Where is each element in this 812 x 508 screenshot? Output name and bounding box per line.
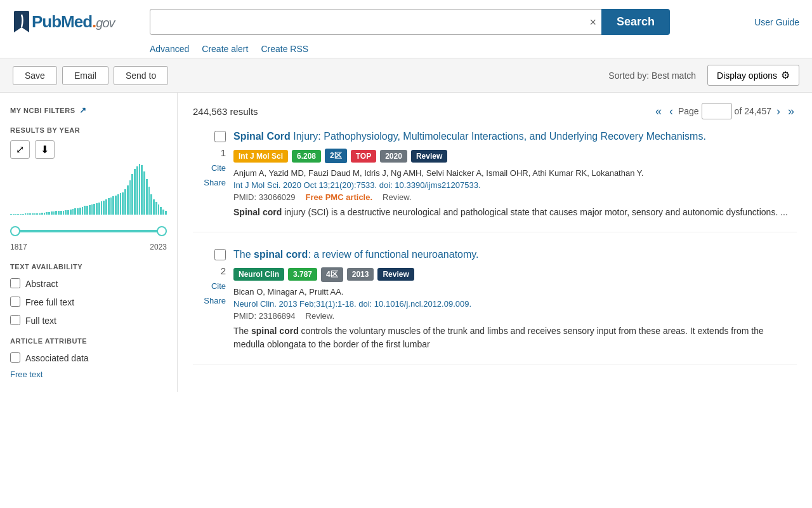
- article-1-pmid: PMID: 33066029: [233, 192, 296, 202]
- abstract-1-highlight: Spinal cord: [233, 207, 282, 217]
- next-page-button[interactable]: ›: [774, 104, 783, 119]
- results-count: 244,563 results: [193, 106, 258, 117]
- year-slider-left[interactable]: [10, 226, 20, 236]
- gear-icon: ⚙: [781, 69, 790, 81]
- year-slider-right[interactable]: [157, 226, 167, 236]
- article-1-checkbox[interactable]: [214, 131, 226, 142]
- associated-data-label: Associated data: [25, 353, 89, 363]
- article-2-checkbox[interactable]: [214, 249, 226, 260]
- article-2-pmid-row: PMID: 23186894 Review.: [233, 311, 797, 321]
- year-start: 1817: [10, 243, 27, 251]
- article-2-authors: Bican O, Minagar A, Pruitt AA.: [233, 287, 797, 297]
- page-total: of 24,457: [735, 106, 771, 116]
- main: MY NCBI FILTERS ↗ RESULTS BY YEAR ⤢ ⬇ 18…: [0, 93, 812, 392]
- email-button[interactable]: Email: [62, 66, 108, 85]
- article-1-free-pmc[interactable]: Free PMC article.: [306, 192, 373, 202]
- article-1-content: Spinal Cord Injury: Pathophysiology, Mul…: [233, 130, 797, 219]
- year-chart: [10, 164, 167, 227]
- clear-search-button[interactable]: ×: [589, 17, 596, 28]
- badge-type-2: Review: [377, 268, 414, 281]
- create-alert-link[interactable]: Create alert: [202, 44, 248, 54]
- article-1-badges: Int J Mol Sci 6.208 2区 TOP 2020 Review: [233, 149, 797, 163]
- article-2-review: Review.: [306, 311, 335, 321]
- abstract-label: Abstract: [25, 279, 58, 289]
- save-button[interactable]: Save: [13, 66, 57, 85]
- table-row: 2 Cite Share The spinal cord: a review o…: [193, 248, 797, 364]
- badge-zone-1: 2区: [325, 149, 347, 163]
- advanced-link[interactable]: Advanced: [150, 44, 189, 54]
- search-button[interactable]: Search: [601, 9, 670, 35]
- prev-page-button[interactable]: ‹: [667, 104, 676, 119]
- article-1-abstract: Spinal cord injury (SCI) is a destructiv…: [233, 206, 797, 219]
- send-to-button[interactable]: Send to: [114, 66, 168, 85]
- article-1-number: 1: [221, 147, 226, 158]
- search-bar: spinal cord × Search: [150, 9, 670, 35]
- article-1-title[interactable]: Spinal Cord Injury: Pathophysiology, Mul…: [233, 130, 797, 144]
- logo-text: PubMed.gov: [32, 12, 115, 32]
- article-2-number: 2: [221, 265, 226, 276]
- free-text-link[interactable]: Free text: [10, 370, 167, 379]
- text-availability-title: TEXT AVAILABILITY: [10, 263, 167, 271]
- download-chart-button[interactable]: ⬇: [35, 140, 55, 159]
- article-2-title[interactable]: The spinal cord: a review of functional …: [233, 248, 797, 262]
- full-text-label: Full text: [25, 316, 56, 326]
- search-input-wrap: spinal cord ×: [150, 9, 601, 35]
- pubmed-logo[interactable]: PubMed.gov: [13, 11, 140, 34]
- table-row: 1 Cite Share Spinal Cord Injury: Pathoph…: [193, 130, 797, 232]
- logo-bookmark: [13, 11, 30, 34]
- article-2-content: The spinal cord: a review of functional …: [233, 248, 797, 351]
- badge-zone-2: 4区: [321, 267, 343, 282]
- abstract-filter[interactable]: Abstract: [10, 277, 167, 289]
- year-slider[interactable]: [10, 230, 167, 232]
- article-left-2: 2 Cite Share: [193, 248, 233, 351]
- full-text-checkbox[interactable]: [10, 315, 20, 325]
- associated-data-filter[interactable]: Associated data: [10, 351, 167, 363]
- free-full-text-checkbox[interactable]: [10, 297, 20, 307]
- page-input[interactable]: 1: [702, 103, 732, 119]
- badge-type-1: Review: [411, 150, 447, 163]
- article-2-title-rest: : a review of functional neuroanatomy.: [308, 249, 478, 260]
- pagination: « ‹ Page 1 of 24,457 › »: [653, 103, 797, 119]
- external-link-icon[interactable]: ↗: [79, 105, 87, 115]
- display-options-button[interactable]: Display options ⚙: [707, 65, 799, 86]
- page-label: Page: [678, 106, 699, 116]
- year-controls: ⤢ ⬇: [10, 140, 167, 159]
- badge-year-1: 2020: [380, 150, 407, 163]
- share-button-1[interactable]: Share: [204, 178, 226, 187]
- results-header: 244,563 results « ‹ Page 1 of 24,457 › »: [193, 103, 797, 119]
- article-2-title-before: The: [233, 249, 254, 260]
- article-attribute-title: ARTICLE ATTRIBUTE: [10, 337, 167, 345]
- badge-if-2: 3.787: [288, 268, 317, 281]
- article-left-1: 1 Cite Share: [193, 130, 233, 219]
- header-links: Advanced Create alert Create RSS: [150, 40, 799, 58]
- create-rss-link[interactable]: Create RSS: [261, 44, 308, 54]
- display-options-label: Display options: [717, 70, 777, 81]
- year-range: 1817 2023: [10, 243, 167, 251]
- sorted-by-label: Sorted by: Best match: [608, 70, 696, 81]
- full-text-filter[interactable]: Full text: [10, 314, 167, 326]
- search-input[interactable]: spinal cord: [150, 10, 601, 34]
- expand-chart-button[interactable]: ⤢: [10, 140, 30, 159]
- article-1-citation[interactable]: Int J Mol Sci. 2020 Oct 13;21(20):7533. …: [233, 180, 797, 190]
- share-button-2[interactable]: Share: [204, 296, 226, 305]
- article-1-title-highlight: Spinal Cord: [233, 131, 291, 142]
- ncbi-filters-title: MY NCBI FILTERS ↗: [10, 105, 167, 115]
- user-guide-link[interactable]: User Guide: [754, 17, 799, 27]
- year-end: 2023: [150, 243, 167, 251]
- last-page-button[interactable]: »: [785, 104, 797, 119]
- abstract-checkbox[interactable]: [10, 278, 20, 288]
- article-2-citation[interactable]: Neurol Clin. 2013 Feb;31(1):1-18. doi: 1…: [233, 299, 797, 309]
- first-page-button[interactable]: «: [653, 104, 664, 119]
- abstract-2-highlight: spinal cord: [251, 326, 299, 336]
- article-2-pmid: PMID: 23186894: [233, 311, 296, 321]
- free-full-text-filter[interactable]: Free full text: [10, 295, 167, 307]
- cite-button-1[interactable]: Cite: [211, 163, 226, 173]
- associated-data-checkbox[interactable]: [10, 352, 20, 363]
- badge-journal-1: Int J Mol Sci: [233, 150, 288, 163]
- cite-button-2[interactable]: Cite: [211, 281, 226, 291]
- article-attribute-section: ARTICLE ATTRIBUTE Associated data Free t…: [10, 337, 167, 379]
- text-availability-section: TEXT AVAILABILITY Abstract Free full tex…: [10, 263, 167, 326]
- badge-year-2: 2013: [347, 268, 374, 281]
- free-full-text-label: Free full text: [25, 297, 74, 307]
- article-1-authors: Anjum A, Yazid MD, Fauzi Daud M, Idris J…: [233, 168, 797, 178]
